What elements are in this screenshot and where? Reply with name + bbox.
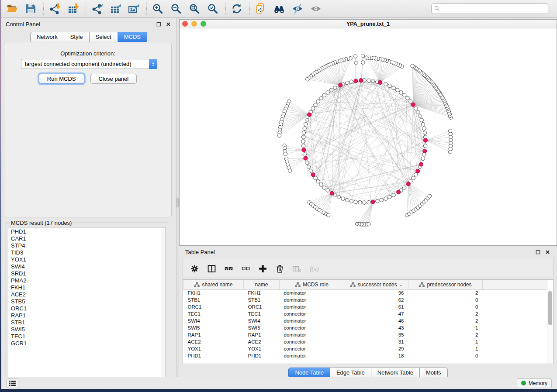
graph-node[interactable] [422,153,426,156]
graph-node[interactable] [304,122,308,126]
table-cell[interactable]: 62 [344,296,408,303]
table-cell[interactable]: dominator [280,289,344,296]
graph-node[interactable] [288,169,292,172]
close-window-icon[interactable] [182,21,188,27]
table-cell[interactable]: connector [280,324,344,331]
mcds-dominator-node[interactable] [371,200,375,204]
zoom-in-icon[interactable] [151,2,164,15]
graph-node[interactable] [411,64,414,68]
graph-node[interactable] [367,200,370,204]
table-cell[interactable]: SWI4 [244,317,280,324]
open-session-icon[interactable] [6,2,19,15]
graph-node[interactable] [422,127,426,130]
tab-mcds[interactable]: MCDS [118,32,147,42]
mcds-result-item[interactable]: SRD1 [11,270,166,277]
close-panel-button[interactable]: Close panel [90,74,137,84]
table-cell[interactable]: 2 [408,310,483,317]
table-row[interactable]: FKH1FKH1dominator962 [183,289,547,296]
list-scrollbar[interactable] [161,227,166,380]
table-cell[interactable]: 47 [344,310,408,317]
table-cell[interactable]: RAP1 [244,331,280,338]
graph-node[interactable] [412,176,415,180]
add-column-icon[interactable] [257,263,268,274]
mcds-result-item[interactable]: TEC1 [11,333,166,340]
graph-node[interactable] [353,55,357,58]
table-row[interactable]: YOX1YOX1connector291 [183,345,547,352]
table-row[interactable]: RAP1RAP1dominator352 [183,331,547,338]
graph-node[interactable] [367,223,370,226]
table-cell[interactable]: dominator [280,296,344,303]
graph-node[interactable] [345,81,349,85]
column-header-MCDS-role[interactable]: MCDS role [280,280,344,289]
select-all-icon[interactable] [223,263,234,274]
mcds-result-item[interactable]: STB5 [11,298,166,305]
table-cell[interactable]: STB1 [183,296,244,303]
graph-node[interactable] [349,80,353,83]
graph-node[interactable] [314,103,317,107]
graph-node[interactable] [345,198,349,202]
panel-splitter[interactable] [176,18,179,377]
table-cell[interactable]: FKH1 [183,289,244,296]
mcds-dominator-node[interactable] [308,113,311,117]
table-cell[interactable]: 31 [344,338,408,345]
network-from-selection-icon[interactable] [254,2,267,15]
mcds-result-item[interactable]: TID3 [11,249,166,256]
import-table-icon[interactable] [66,2,80,15]
minimize-window-icon[interactable] [191,21,197,27]
graph-node[interactable] [326,213,330,217]
graph-node[interactable] [365,56,368,59]
show-all-icon[interactable] [309,2,322,15]
graph-node[interactable] [302,131,305,134]
graph-node[interactable] [311,107,315,110]
graph-node[interactable] [388,84,391,88]
network-view-titlebar[interactable]: YPA_prune.txt_1 [180,20,557,28]
mcds-dominator-node[interactable] [411,103,415,107]
graph-node[interactable] [361,61,365,64]
apply-layout-icon[interactable] [230,2,243,15]
graph-node[interactable] [376,199,379,203]
table-row[interactable]: ACE2ACE2connector311 [183,338,547,345]
table-cell[interactable]: SWI5 [244,324,280,331]
column-header-predecessor-nodes[interactable]: predecessor nodes [408,280,483,289]
table-cell[interactable]: dominator [280,303,344,310]
graph-node[interactable] [326,91,329,94]
graph-node[interactable] [399,91,403,94]
graph-node[interactable] [414,107,418,110]
mcds-result-item[interactable]: STB1 [11,319,166,326]
memory-button[interactable]: Memory [517,378,552,388]
optimization-criterion-select[interactable]: largest connected component (undirected)… [21,59,157,69]
table-cell[interactable]: TEC1 [183,310,244,317]
table-row[interactable]: STB1STB1dominator620 [183,296,547,303]
mcds-dominator-node[interactable] [423,138,427,142]
table-cell[interactable]: SWI5 [183,324,244,331]
graph-node[interactable] [403,186,406,189]
deselect-all-icon[interactable] [240,263,251,274]
export-image-icon[interactable] [127,2,140,15]
maximize-window-icon[interactable] [201,21,206,27]
mcds-result-item[interactable]: ORC1 [11,305,166,312]
mcds-dominator-node[interactable] [339,83,343,87]
graph-node[interactable] [319,96,323,100]
mcds-dominator-node[interactable] [304,156,308,160]
table-cell[interactable]: 2 [408,317,483,324]
mcds-result-item[interactable]: GCR1 [11,340,166,347]
graph-node[interactable] [316,180,320,183]
table-cell[interactable]: STB1 [244,296,280,303]
graph-node[interactable] [420,118,423,122]
search-box[interactable] [431,3,548,14]
graph-node[interactable] [418,114,422,118]
graph-node[interactable] [316,100,320,103]
tab-select[interactable]: Select [90,32,118,42]
table-cell[interactable]: TEC1 [244,310,280,317]
graph-node[interactable] [403,93,406,97]
graph-node[interactable] [396,88,399,92]
table-cell[interactable]: 1 [408,345,483,352]
graph-node[interactable] [354,200,357,203]
graph-node[interactable] [371,79,375,83]
table-scrollbar[interactable] [547,290,553,364]
table-row[interactable]: TEC1TEC1connector472 [183,310,547,317]
graph-node[interactable] [428,194,431,198]
graph-node[interactable] [414,173,418,176]
table-cell[interactable]: ACE2 [183,338,244,345]
graph-node[interactable] [305,118,309,122]
